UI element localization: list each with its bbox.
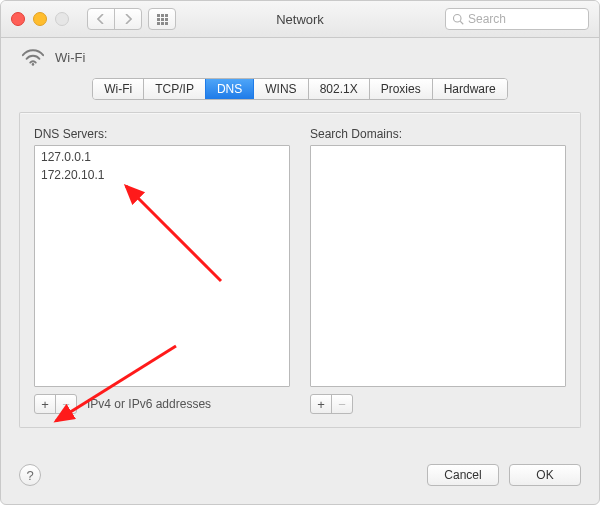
add-search-domain-button[interactable]: +: [311, 395, 331, 413]
tab-hardware[interactable]: Hardware: [432, 79, 507, 99]
search-placeholder: Search: [468, 12, 506, 26]
search-domains-list[interactable]: [310, 145, 566, 387]
dns-columns: DNS Servers: 127.0.0.1172.20.10.1 + − IP…: [34, 127, 566, 415]
search-icon: [452, 13, 464, 25]
dns-servers-plusminus: + −: [34, 394, 77, 414]
connection-header: Wi-Fi: [1, 38, 599, 70]
back-button[interactable]: [88, 9, 114, 29]
dns-servers-label: DNS Servers:: [34, 127, 290, 141]
search-domains-footer: + −: [310, 393, 566, 415]
cancel-button[interactable]: Cancel: [427, 464, 499, 486]
forward-button[interactable]: [114, 9, 141, 29]
dns-panel: DNS Servers: 127.0.0.1172.20.10.1 + − IP…: [19, 112, 581, 428]
help-button[interactable]: ?: [19, 464, 41, 486]
wifi-icon: [21, 48, 45, 66]
search-domains-plusminus: + −: [310, 394, 353, 414]
dialog-actions: Cancel OK: [427, 464, 581, 486]
minimize-window-button[interactable]: [33, 12, 47, 26]
dns-servers-column: DNS Servers: 127.0.0.1172.20.10.1 + − IP…: [34, 127, 290, 415]
tab-tcp-ip[interactable]: TCP/IP: [143, 79, 205, 99]
tab-row: Wi-FiTCP/IPDNSWINS802.1XProxiesHardware: [1, 70, 599, 112]
dns-server-entry[interactable]: 127.0.0.1: [41, 148, 283, 166]
remove-search-domain-button[interactable]: −: [331, 395, 352, 413]
titlebar: Network Search: [1, 1, 599, 38]
bottom-bar: ? Cancel OK: [1, 454, 599, 504]
search-field[interactable]: Search: [445, 8, 589, 30]
zoom-window-button: [55, 12, 69, 26]
tab-proxies[interactable]: Proxies: [369, 79, 432, 99]
ok-button[interactable]: OK: [509, 464, 581, 486]
add-dns-server-button[interactable]: +: [35, 395, 55, 413]
preferences-window: Network Search Wi-Fi Wi-FiTCP/IPDNSWINS8…: [0, 0, 600, 505]
dns-server-entry[interactable]: 172.20.10.1: [41, 166, 283, 184]
tab-wins[interactable]: WINS: [253, 79, 307, 99]
grid-icon: [157, 14, 168, 25]
search-domains-column: Search Domains: + −: [310, 127, 566, 415]
tab-segment: Wi-FiTCP/IPDNSWINS802.1XProxiesHardware: [92, 78, 507, 100]
show-all-button[interactable]: [148, 8, 176, 30]
svg-point-2: [32, 63, 35, 66]
traffic-lights: [11, 12, 69, 26]
dns-servers-footer: + − IPv4 or IPv6 addresses: [34, 393, 290, 415]
tab-802-1x[interactable]: 802.1X: [308, 79, 369, 99]
toolbar-nav-group: [87, 8, 176, 30]
dns-hint: IPv4 or IPv6 addresses: [87, 397, 211, 411]
remove-dns-server-button[interactable]: −: [55, 395, 76, 413]
chevron-right-icon: [124, 14, 132, 24]
tab-wi-fi[interactable]: Wi-Fi: [93, 79, 143, 99]
chevron-left-icon: [97, 14, 105, 24]
close-window-button[interactable]: [11, 12, 25, 26]
svg-point-0: [454, 15, 462, 23]
svg-line-1: [460, 21, 463, 24]
connection-name: Wi-Fi: [55, 50, 85, 65]
back-forward-segment: [87, 8, 142, 30]
dns-servers-list[interactable]: 127.0.0.1172.20.10.1: [34, 145, 290, 387]
tab-dns[interactable]: DNS: [205, 79, 253, 99]
search-domains-label: Search Domains:: [310, 127, 566, 141]
search-wrap: Search: [445, 8, 589, 30]
